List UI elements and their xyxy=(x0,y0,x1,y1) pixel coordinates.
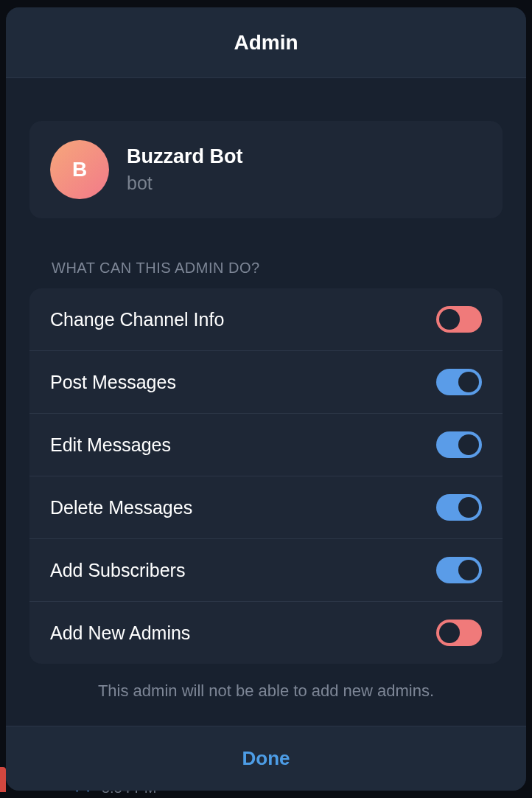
modal-title: Admin xyxy=(234,31,298,55)
permission-toggle[interactable] xyxy=(436,557,482,583)
permission-label: Change Channel Info xyxy=(50,309,224,330)
toggle-knob xyxy=(458,372,479,392)
permission-label: Delete Messages xyxy=(50,497,192,518)
permission-row: Edit Messages xyxy=(29,414,503,476)
toggle-knob xyxy=(439,622,460,643)
permission-row: Delete Messages xyxy=(29,476,503,539)
modal-footer: Done xyxy=(6,726,526,791)
permission-row: Post Messages xyxy=(29,351,503,414)
user-info: Buzzard Bot bot xyxy=(127,145,243,194)
permission-row: Add New Admins xyxy=(29,602,503,664)
permission-label: Add New Admins xyxy=(50,622,190,644)
permission-toggle[interactable] xyxy=(436,369,482,395)
permission-row: Change Channel Info xyxy=(29,288,503,351)
permission-label: Add Subscribers xyxy=(50,560,185,581)
modal-body: B Buzzard Bot bot WHAT CAN THIS ADMIN DO… xyxy=(6,78,526,726)
toggle-knob xyxy=(458,560,479,580)
permission-toggle[interactable] xyxy=(436,306,482,333)
permission-label: Edit Messages xyxy=(50,434,171,456)
permission-label: Post Messages xyxy=(50,372,176,393)
permission-toggle[interactable] xyxy=(436,620,482,646)
footer-note: This admin will not be able to add new a… xyxy=(29,681,503,701)
background-accent xyxy=(0,767,6,792)
permissions-section-header: WHAT CAN THIS ADMIN DO? xyxy=(29,260,503,277)
permissions-list: Change Channel InfoPost MessagesEdit Mes… xyxy=(29,288,503,664)
toggle-knob xyxy=(458,434,479,455)
avatar-initial: B xyxy=(72,158,87,181)
avatar: B xyxy=(50,140,109,199)
toggle-knob xyxy=(458,497,479,518)
user-subtitle: bot xyxy=(127,173,243,194)
done-button[interactable]: Done xyxy=(220,740,312,777)
permission-row: Add Subscribers xyxy=(29,539,503,602)
toggle-knob xyxy=(439,309,460,330)
user-card[interactable]: B Buzzard Bot bot xyxy=(29,121,503,218)
user-name: Buzzard Bot xyxy=(127,145,243,168)
permission-toggle[interactable] xyxy=(436,494,482,521)
permission-toggle[interactable] xyxy=(436,431,482,458)
admin-modal: Admin B Buzzard Bot bot WHAT CAN THIS AD… xyxy=(6,7,526,791)
modal-header: Admin xyxy=(6,7,526,78)
